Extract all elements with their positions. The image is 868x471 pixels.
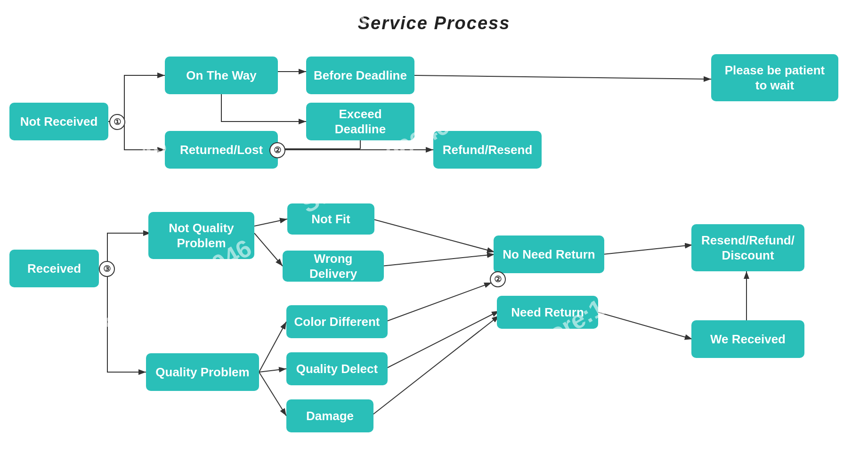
node-exceed-deadline: Exceed Deadline bbox=[306, 103, 414, 140]
svg-line-18 bbox=[371, 316, 499, 416]
svg-line-12 bbox=[259, 369, 286, 372]
svg-line-17 bbox=[385, 311, 499, 369]
node-no-need-return: No Need Return bbox=[494, 236, 604, 273]
svg-line-3 bbox=[414, 75, 711, 79]
node-received: Received bbox=[9, 250, 99, 287]
circle-label-1: ① bbox=[109, 114, 125, 130]
svg-line-16 bbox=[385, 283, 492, 322]
node-not-quality-problem: Not Quality Problem bbox=[148, 212, 254, 259]
node-not-fit: Not Fit bbox=[287, 203, 374, 235]
svg-line-14 bbox=[372, 219, 495, 252]
node-we-received: We Received bbox=[691, 320, 804, 358]
circle-label-3: ③ bbox=[99, 261, 115, 277]
node-before-deadline: Before Deadline bbox=[306, 57, 414, 94]
circle-label-2-top: ② bbox=[269, 142, 285, 158]
watermark: Store:1596046 bbox=[28, 0, 186, 82]
node-resend-refund-discount: Resend/Refund/ Discount bbox=[691, 224, 804, 271]
svg-line-11 bbox=[259, 322, 286, 372]
svg-line-13 bbox=[259, 372, 286, 416]
node-quality-problem: Quality Problem bbox=[146, 353, 259, 391]
node-wrong-delivery: Wrong Delivery bbox=[283, 251, 384, 282]
node-on-the-way: On The Way bbox=[165, 57, 278, 94]
node-need-return: Need Return bbox=[497, 296, 598, 329]
page-title: Service Process bbox=[358, 13, 511, 33]
svg-line-10 bbox=[254, 233, 283, 266]
circle-label-2-bottom: ② bbox=[490, 271, 506, 287]
node-quality-defect: Quality Delect bbox=[286, 352, 388, 385]
watermark: Store:1596046 bbox=[701, 347, 859, 454]
node-refund-resend: Refund/Resend bbox=[433, 131, 542, 169]
svg-line-15 bbox=[381, 254, 495, 266]
node-please-wait: Please be patient to wait bbox=[711, 54, 838, 101]
node-not-received: Not Received bbox=[9, 103, 108, 140]
svg-line-9 bbox=[254, 219, 287, 226]
node-color-different: Color Different bbox=[286, 305, 388, 338]
svg-line-20 bbox=[598, 312, 692, 339]
node-returned-lost: Returned/Lost bbox=[165, 131, 278, 169]
watermark: Store:1596046 bbox=[14, 130, 171, 237]
node-damage: Damage bbox=[286, 399, 373, 432]
svg-line-19 bbox=[603, 245, 692, 254]
